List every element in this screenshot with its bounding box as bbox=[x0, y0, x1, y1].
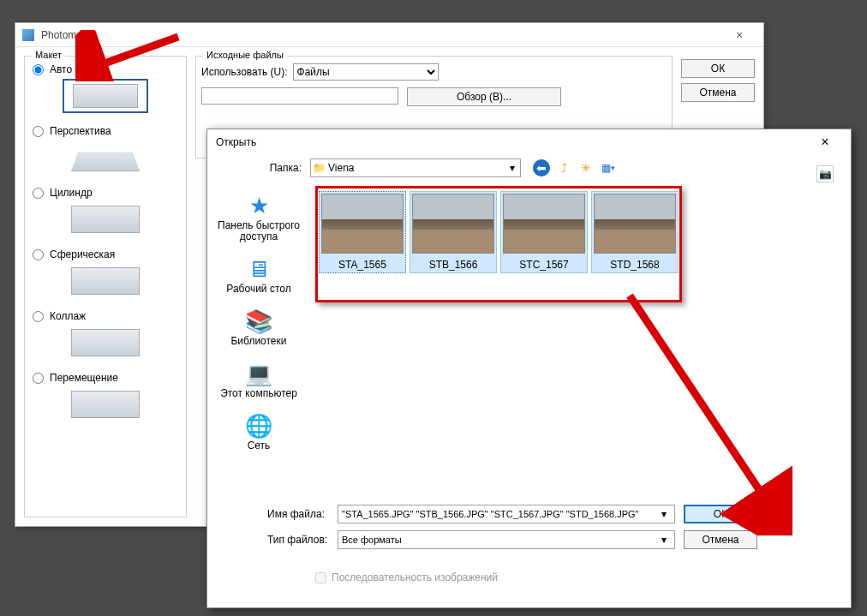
thumb-caption: STA_1565 bbox=[338, 259, 386, 271]
label-reposition: Перемещение bbox=[50, 372, 118, 384]
network-icon: 🌐 bbox=[243, 413, 274, 439]
back-icon[interactable]: ⬅ bbox=[533, 159, 550, 176]
place-libraries[interactable]: 📚 Библиотеки bbox=[207, 303, 310, 352]
view-menu-icon[interactable]: ▦▾ bbox=[600, 159, 617, 176]
layout-option-spherical[interactable]: Сферическая bbox=[30, 248, 181, 305]
file-thumb[interactable]: STB_1566 bbox=[410, 191, 497, 273]
filename-label: Имя файла: bbox=[267, 508, 329, 520]
file-list[interactable] bbox=[201, 87, 398, 105]
use-select[interactable]: Файлы bbox=[293, 63, 439, 81]
use-label: Использовать (U): bbox=[201, 66, 288, 78]
layout-option-collage[interactable]: Коллаж bbox=[30, 310, 181, 367]
thumb-caption: STB_1566 bbox=[429, 259, 478, 271]
label-perspective: Перспектива bbox=[50, 125, 111, 137]
open-close-button[interactable]: × bbox=[808, 135, 842, 150]
layout-fieldset: Макет Авто Перспектива Цилиндр Сферическ… bbox=[24, 56, 187, 517]
layout-option-auto[interactable]: Авто bbox=[30, 63, 181, 120]
open-title: Открыть bbox=[216, 136, 808, 148]
open-cancel-button[interactable]: Отмена bbox=[684, 530, 757, 549]
thumb-auto bbox=[63, 79, 148, 113]
open-body: ★ Панель быстрого доступа 🖥 Рабочий стол… bbox=[207, 182, 851, 499]
thumb-preview bbox=[594, 194, 676, 254]
radio-collage[interactable] bbox=[33, 311, 44, 322]
thumb-reposition bbox=[63, 387, 148, 422]
pm-ok-button[interactable]: ОК bbox=[681, 59, 755, 78]
folder-dropdown-icon: ▾ bbox=[505, 162, 520, 174]
folder-label: Папка: bbox=[267, 162, 302, 174]
label-cylinder: Цилиндр bbox=[50, 187, 93, 199]
thumb-preview bbox=[503, 194, 585, 254]
radio-perspective[interactable] bbox=[33, 126, 44, 137]
files-area[interactable]: STA_1565 STB_1566 STC_1567 STD_1568 bbox=[310, 182, 851, 499]
places-sidebar: ★ Панель быстрого доступа 🖥 Рабочий стол… bbox=[207, 182, 310, 499]
folder-icon: 📁 bbox=[311, 162, 326, 174]
thumb-preview bbox=[412, 194, 494, 254]
sources-legend: Исходные файлы bbox=[203, 50, 287, 60]
radio-auto[interactable] bbox=[33, 64, 44, 75]
pm-cancel-button[interactable]: Отмена bbox=[681, 83, 755, 102]
place-quick-access[interactable]: ★ Панель быстрого доступа bbox=[207, 188, 310, 248]
layout-option-perspective[interactable]: Перспектива bbox=[30, 125, 181, 182]
radio-reposition[interactable] bbox=[33, 373, 44, 384]
open-footer: Имя файла: "STA_1565.JPG" "STB_1566.JPG"… bbox=[207, 499, 851, 592]
place-network-label: Сеть bbox=[248, 440, 271, 452]
place-thispc[interactable]: 💻 Этот компьютер bbox=[207, 356, 310, 404]
new-folder-icon[interactable]: ✳ bbox=[577, 159, 595, 176]
place-libraries-label: Библиотеки bbox=[230, 336, 286, 347]
sequence-checkbox bbox=[315, 572, 326, 583]
filename-combo[interactable]: "STA_1565.JPG" "STB_1566.JPG" "STC_1567.… bbox=[338, 505, 675, 523]
thumb-caption: STD_1568 bbox=[610, 259, 659, 271]
thumb-cylinder bbox=[63, 202, 148, 236]
place-desktop-label: Рабочий стол bbox=[226, 284, 290, 295]
combo-dropdown-icon: ▾ bbox=[657, 534, 671, 546]
thumb-caption: STC_1567 bbox=[519, 259, 568, 271]
label-collage: Коллаж bbox=[50, 310, 86, 322]
thumb-perspective bbox=[63, 141, 148, 175]
sequence-label: Последовательность изображений bbox=[332, 571, 498, 583]
combo-dropdown-icon: ▾ bbox=[657, 508, 671, 520]
radio-spherical[interactable] bbox=[33, 249, 44, 260]
radio-cylinder[interactable] bbox=[33, 188, 44, 199]
layout-option-reposition[interactable]: Перемещение bbox=[30, 372, 181, 428]
open-titlebar: Открыть × bbox=[207, 129, 851, 155]
up-folder-icon[interactable]: ⤴ bbox=[555, 159, 572, 176]
place-quick-label: Панель быстрого доступа bbox=[207, 220, 310, 242]
folder-name: Viena bbox=[326, 162, 505, 174]
place-network[interactable]: 🌐 Сеть bbox=[207, 408, 310, 457]
folder-select[interactable]: 📁 Viena ▾ bbox=[310, 158, 521, 177]
layout-option-cylinder[interactable]: Цилиндр bbox=[30, 187, 181, 243]
browse-button[interactable]: Обзор (B)... bbox=[407, 87, 561, 106]
thumbs-row: STA_1565 STB_1566 STC_1567 STD_1568 bbox=[315, 188, 846, 273]
photomerge-close-button[interactable]: × bbox=[722, 28, 756, 42]
layout-legend: Макет bbox=[32, 50, 65, 60]
label-auto: Авто bbox=[50, 63, 72, 75]
open-window: Открыть × Папка: 📁 Viena ▾ ⬅ ⤴ ✳ ▦▾ 📷 ★ … bbox=[206, 129, 852, 608]
desktop-icon: 🖥 bbox=[243, 256, 274, 282]
place-desktop[interactable]: 🖥 Рабочий стол bbox=[207, 251, 310, 300]
file-thumb[interactable]: STC_1567 bbox=[500, 191, 588, 273]
thumb-spherical bbox=[63, 264, 148, 298]
photomerge-app-icon bbox=[22, 29, 34, 41]
file-thumb[interactable]: STA_1565 bbox=[319, 191, 406, 273]
place-thispc-label: Этот компьютер bbox=[220, 388, 297, 399]
open-ok-button[interactable]: ОК bbox=[684, 505, 757, 523]
label-spherical: Сферическая bbox=[50, 248, 115, 260]
photomerge-title: Photomerge bbox=[41, 29, 722, 41]
open-toolbar: Папка: 📁 Viena ▾ ⬅ ⤴ ✳ ▦▾ bbox=[207, 155, 851, 182]
toolbar-icons: ⬅ ⤴ ✳ ▦▾ bbox=[533, 159, 617, 176]
pc-icon: 💻 bbox=[243, 361, 274, 386]
favorite-star-icon[interactable]: 📷 bbox=[816, 165, 834, 182]
libraries-icon: 📚 bbox=[243, 308, 274, 334]
filename-value: "STA_1565.JPG" "STB_1566.JPG" "STC_1567.… bbox=[342, 509, 657, 519]
filetype-value: Все форматы bbox=[342, 535, 657, 545]
filetype-label: Тип файлов: bbox=[267, 534, 329, 546]
thumb-preview bbox=[321, 194, 404, 254]
thumb-collage bbox=[63, 326, 148, 360]
photomerge-titlebar: Photomerge × bbox=[15, 23, 763, 47]
filetype-combo[interactable]: Все форматы ▾ bbox=[338, 530, 675, 549]
star-icon: ★ bbox=[243, 193, 274, 218]
file-thumb[interactable]: STD_1568 bbox=[591, 191, 679, 273]
